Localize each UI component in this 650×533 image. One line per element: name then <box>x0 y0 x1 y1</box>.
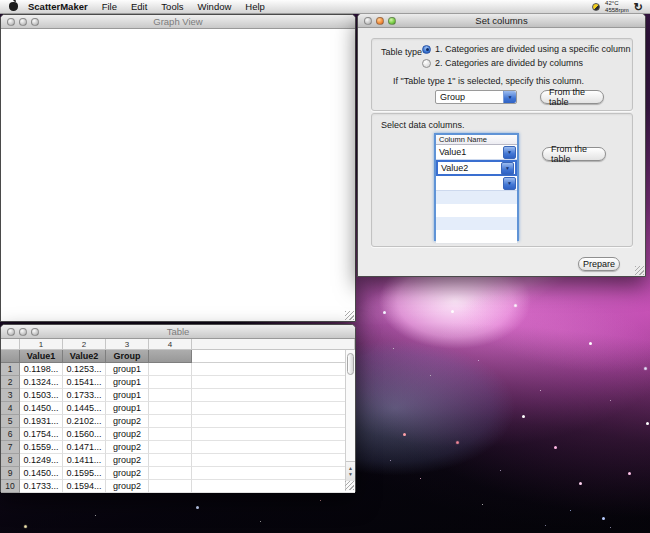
graph-canvas[interactable] <box>1 29 355 321</box>
cell-empty[interactable] <box>149 428 192 441</box>
cell-value1[interactable]: 0.1450... <box>20 467 63 480</box>
row-number[interactable]: 9 <box>1 467 20 480</box>
cell-group[interactable]: group2 <box>106 428 149 441</box>
chevron-down-icon[interactable]: ▼ <box>503 91 516 103</box>
cell-value2[interactable]: 0.1253... <box>63 363 106 376</box>
menu-window[interactable]: Window <box>198 1 232 12</box>
cell-value2[interactable]: 0.1541... <box>63 376 106 389</box>
from-table-button-2[interactable]: From the table <box>542 147 606 161</box>
data-column-row-3[interactable]: ▼ <box>436 176 517 191</box>
cell-group[interactable]: group1 <box>106 376 149 389</box>
cell-value1[interactable]: 0.1450... <box>20 402 63 415</box>
cell-value2[interactable]: 0.1733... <box>63 389 106 402</box>
cell-value1[interactable]: 0.1324... <box>20 376 63 389</box>
cell-empty[interactable] <box>149 363 192 376</box>
temperature-fan-status[interactable]: 42°C 4558rpm <box>605 0 629 13</box>
resize-grip[interactable] <box>345 481 354 490</box>
cell-value2[interactable]: 0.2102... <box>63 415 106 428</box>
graph-view-titlebar[interactable]: Graph View <box>1 15 355 29</box>
column-number[interactable]: 4 <box>149 339 192 350</box>
chevron-down-icon[interactable]: ▼ <box>503 146 516 159</box>
table-titlebar[interactable]: Table <box>1 325 355 339</box>
chevron-down-icon[interactable]: ▼ <box>501 162 514 175</box>
empty-list-row[interactable] <box>436 204 517 217</box>
cell-value2[interactable]: 0.1445... <box>63 402 106 415</box>
prepare-button[interactable]: Prepare <box>578 257 620 271</box>
zoom-button[interactable] <box>31 328 39 336</box>
cell-group[interactable]: group2 <box>106 480 149 493</box>
row-number[interactable]: 8 <box>1 454 20 467</box>
cell-group[interactable]: group1 <box>106 402 149 415</box>
cell-empty[interactable] <box>149 415 192 428</box>
minimize-button[interactable] <box>19 18 27 26</box>
column-header-value2[interactable]: Value2 <box>63 350 106 363</box>
menu-help[interactable]: Help <box>245 1 265 12</box>
column-header-empty[interactable] <box>149 350 192 363</box>
row-number[interactable]: 10 <box>1 480 20 493</box>
cell-value2[interactable]: 0.1560... <box>63 428 106 441</box>
data-column-row-1[interactable]: Value1 ▼ <box>436 145 517 160</box>
cell-value1[interactable]: 0.1754... <box>20 428 63 441</box>
column-number[interactable]: 3 <box>106 339 149 350</box>
row-number[interactable]: 2 <box>1 376 20 389</box>
refresh-icon[interactable]: ↻ <box>634 2 643 12</box>
scroll-down-icon[interactable]: ▼ <box>348 472 353 477</box>
cell-value1[interactable]: 0.1249... <box>20 454 63 467</box>
cell-group[interactable]: group2 <box>106 415 149 428</box>
column-header-group[interactable]: Group <box>106 350 149 363</box>
minimize-button[interactable] <box>19 328 27 336</box>
cell-value1[interactable]: 0.1559... <box>20 441 63 454</box>
close-button[interactable] <box>7 18 15 26</box>
zoom-button[interactable] <box>388 17 396 25</box>
app-menu[interactable]: ScatterMaker <box>28 1 88 12</box>
cell-value1[interactable]: 0.1733... <box>20 480 63 493</box>
dialog-titlebar[interactable]: Set columns <box>358 14 645 28</box>
radio-table-type-1[interactable] <box>422 45 431 54</box>
column-number[interactable]: 2 <box>63 339 106 350</box>
fan-meter-icon[interactable] <box>592 3 600 11</box>
scrollbar-thumb[interactable] <box>347 353 354 375</box>
resize-grip[interactable] <box>345 311 354 320</box>
cell-empty[interactable] <box>149 376 192 389</box>
cell-empty[interactable] <box>149 389 192 402</box>
vertical-scrollbar[interactable]: ▲ ▼ <box>345 350 355 491</box>
minimize-button[interactable] <box>376 17 384 25</box>
cell-value2[interactable]: 0.1471... <box>63 441 106 454</box>
row-number[interactable]: 3 <box>1 389 20 402</box>
cell-empty[interactable] <box>149 454 192 467</box>
chevron-down-icon[interactable]: ▼ <box>503 177 516 190</box>
cell-value2[interactable]: 0.1411... <box>63 454 106 467</box>
empty-list-row[interactable] <box>436 191 517 204</box>
menu-edit[interactable]: Edit <box>131 1 147 12</box>
empty-list-row[interactable] <box>436 230 517 243</box>
row-number[interactable]: 7 <box>1 441 20 454</box>
group-column-select[interactable]: Group ▼ <box>435 90 517 104</box>
from-table-button-1[interactable]: From the table <box>540 90 604 104</box>
cell-value2[interactable]: 0.1595... <box>63 467 106 480</box>
cell-group[interactable]: group2 <box>106 467 149 480</box>
corner-cell[interactable] <box>1 339 20 350</box>
row-number[interactable]: 1 <box>1 363 20 376</box>
cell-empty[interactable] <box>149 402 192 415</box>
row-number[interactable]: 6 <box>1 428 20 441</box>
cell-value1[interactable]: 0.1931... <box>20 415 63 428</box>
cell-value1[interactable]: 0.1503... <box>20 389 63 402</box>
column-number[interactable]: 1 <box>20 339 63 350</box>
row-number[interactable]: 5 <box>1 415 20 428</box>
cell-group[interactable]: group1 <box>106 389 149 402</box>
cell-value2[interactable]: 0.1594... <box>63 480 106 493</box>
cell-group[interactable]: group1 <box>106 363 149 376</box>
close-button[interactable] <box>364 17 372 25</box>
cell-group[interactable]: group2 <box>106 454 149 467</box>
menu-file[interactable]: File <box>102 1 117 12</box>
cell-empty[interactable] <box>149 467 192 480</box>
zoom-button[interactable] <box>31 18 39 26</box>
cell-empty[interactable] <box>149 441 192 454</box>
resize-grip[interactable] <box>635 266 644 275</box>
data-column-row-2-selected[interactable]: Value2 ▼ <box>436 160 517 176</box>
empty-list-row[interactable] <box>436 217 517 230</box>
menu-tools[interactable]: Tools <box>161 1 183 12</box>
cell-value1[interactable]: 0.1198... <box>20 363 63 376</box>
cell-group[interactable]: group2 <box>106 441 149 454</box>
header-corner-cell[interactable] <box>1 350 20 363</box>
